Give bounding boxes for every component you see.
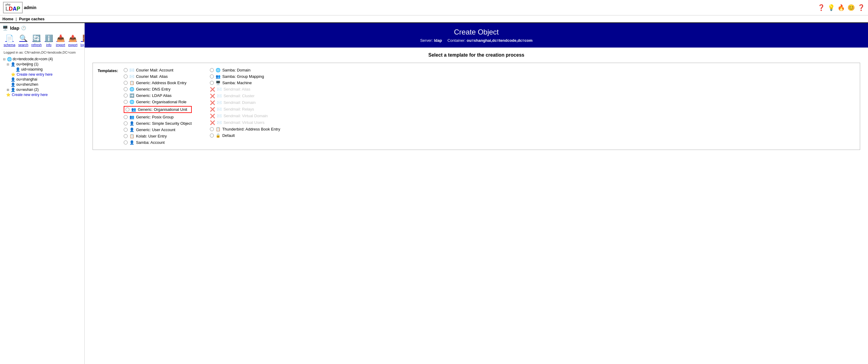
template-row-samba-machine[interactable]: 🖥️ Samba: Machine (210, 81, 280, 85)
tree-item-wuhan[interactable]: ⊞ 👤 ou=wuhan (2) (1, 87, 83, 92)
refresh-tool[interactable]: 🔄 refresh (31, 34, 42, 47)
admin-label: admin (24, 5, 36, 10)
tree-icon-beijing: 👤 (10, 62, 16, 66)
template-icon-courier-alias: ✉️ (129, 74, 134, 79)
fire-icon[interactable]: 🔥 (837, 4, 845, 11)
template-radio-thunderbird[interactable] (210, 127, 214, 131)
template-radio-dns[interactable] (124, 87, 128, 91)
template-icon-sendmail-relays: ✉️ (217, 107, 222, 111)
logout-tool[interactable]: 🚪 logout (81, 34, 85, 47)
template-row-sendmail-domain[interactable]: ❌ ✉️ Sendmail: Domain (210, 100, 280, 105)
template-name-sendmail-relays: Sendmail: Relays (223, 107, 254, 111)
smiley-icon[interactable]: 😊 (847, 4, 855, 11)
create-label-root: Create new entry here (12, 93, 48, 97)
schema-icon: 📄 (5, 34, 13, 43)
template-radio-ldap-alias[interactable] (124, 93, 128, 97)
template-row-kolab[interactable]: 📋 Kolab: User Entry (124, 134, 192, 138)
info-label: info (46, 43, 52, 47)
tree-item-beijing[interactable]: ⊟ 👤 ou=beijing (1) (1, 62, 83, 67)
template-row-security[interactable]: 👤 Generic: Simple Security Object (124, 121, 192, 126)
template-row-sendmail-relays[interactable]: ❌ ✉️ Sendmail: Relays (210, 107, 280, 112)
template-icon-user-account: 👤 (129, 128, 134, 132)
template-radio-org-unit[interactable] (125, 108, 129, 111)
template-icon-samba-domain: 🌐 (216, 68, 220, 73)
template-radio-courier-account[interactable] (124, 68, 128, 72)
sidebar-header: 🖥️ ldap 🕐 (1, 25, 83, 31)
tree-item-xiaoming[interactable]: - 👤 uid=xiaoming (1, 67, 83, 72)
tree-label-xiaoming: uid=xiaoming (21, 67, 43, 72)
template-row-thunderbird[interactable]: 📋 Thunderbird: Address Book Entry (210, 127, 280, 132)
template-row-org-unit[interactable]: 👥 Generic: Organisational Unit (124, 106, 192, 113)
template-row-sendmail-vusers[interactable]: ❌ ✉️ Sendmail: Virtual Users (210, 120, 280, 125)
purge-caches-link[interactable]: Purge caches (19, 17, 45, 21)
template-icon-posix-group: 👥 (129, 115, 134, 119)
template-radio-samba-domain[interactable] (210, 68, 214, 72)
template-row-org-role[interactable]: 🌐 Generic: Organisational Role (124, 100, 192, 104)
template-radio-org-role[interactable] (124, 100, 128, 104)
template-radio-default[interactable] (210, 134, 214, 138)
template-row-ldap-alias[interactable]: ➡️ Generic: LDAP Alias (124, 93, 192, 98)
template-icon-sendmail-vusers: ✉️ (217, 120, 222, 125)
template-name-sendmail-vusers: Sendmail: Virtual Users (223, 120, 265, 125)
template-row-courier-alias[interactable]: ✉️ Courier Mail: Alias (124, 74, 192, 79)
tree-item-root[interactable]: ⊟ 🌐 dc=tendcode,dc=com (4) (1, 57, 83, 62)
page-title: Create Object (90, 28, 863, 36)
tree-label-shanghai: ou=shanghai (16, 77, 37, 81)
template-row-samba-account[interactable]: 👤 Samba: Account (124, 140, 192, 145)
template-radio-kolab[interactable] (124, 134, 128, 138)
info-icon[interactable]: 💡 (828, 4, 835, 11)
templates-columns: ✉️ Courier Mail: Account ✉️ Courier Mail… (124, 68, 855, 145)
import-label: import (56, 43, 65, 47)
template-row-dns[interactable]: 🌐 Generic: DNS Entry (124, 87, 192, 91)
import-tool[interactable]: 📥 import (56, 34, 65, 47)
template-name-sendmail-cluster: Sendmail: Cluster (223, 93, 255, 98)
question-icon[interactable]: ❓ (858, 4, 865, 11)
info-tool[interactable]: ℹ️ info (45, 34, 53, 47)
template-row-sendmail-alias[interactable]: ❌ ✉️ Sendmail: Alias (210, 87, 280, 92)
template-icon-org-role: 🌐 (129, 100, 134, 104)
template-row-address-book[interactable]: 📋 Generic: Address Book Entry (124, 81, 192, 85)
template-radio-user-account[interactable] (124, 128, 128, 132)
template-radio-security[interactable] (124, 121, 128, 125)
template-row-user-account[interactable]: 👤 Generic: User Account (124, 128, 192, 132)
template-radio-posix-group[interactable] (124, 115, 128, 119)
template-row-sendmail-cluster[interactable]: ❌ ✉️ Sendmail: Cluster (210, 93, 280, 99)
search-icon: 🔍 (19, 34, 28, 43)
tree-label-beijing: ou=beijing (1) (16, 62, 38, 66)
tree-item-shenzhen[interactable]: - 👤 ou=shenzhen (1, 82, 83, 87)
tree: ⊟ 🌐 dc=tendcode,dc=com (4) ⊟ 👤 ou=beijin… (1, 55, 83, 99)
template-name-address-book: Generic: Address Book Entry (136, 81, 187, 85)
search-tool[interactable]: 🔍 search (19, 34, 28, 47)
template-radio-courier-alias[interactable] (124, 75, 128, 78)
help-icon[interactable]: ❓ (817, 4, 825, 11)
logged-in-label: Logged in as: CN=admin,DC=tendcode,DC=co… (1, 49, 83, 55)
export-label: export (68, 43, 78, 47)
container-path: ou=shanghai,dc=tendcode,dc=com (467, 38, 533, 43)
template-name-dns: Generic: DNS Entry (136, 87, 170, 91)
template-row-default[interactable]: 🔒 Default (210, 133, 280, 138)
template-radio-address-book[interactable] (124, 81, 128, 85)
template-row-posix-group[interactable]: 👥 Generic: Posix Group (124, 115, 192, 119)
template-row-samba-group[interactable]: 👥 Samba: Group Mapping (210, 74, 280, 79)
template-row-courier-account[interactable]: ✉️ Courier Mail: Account (124, 68, 192, 73)
app-header: php LDAP admin ❓ 💡 🔥 😊 ❓ (0, 0, 868, 16)
create-entry-beijing[interactable]: ⭐ Create new entry here (1, 72, 83, 77)
create-entry-root[interactable]: ⭐ Create new entry here (1, 92, 83, 97)
sidebar-tools: 📄 schema 🔍 search 🔄 refresh ℹ️ info 📥 im… (1, 33, 83, 49)
template-icon-samba-account: 👤 (129, 140, 134, 145)
home-link[interactable]: Home (2, 17, 13, 21)
content-area: Create Object Server: ldap Container: ou… (85, 23, 868, 364)
schema-tool[interactable]: 📄 schema (4, 34, 16, 47)
template-icon-dns: 🌐 (129, 87, 134, 91)
template-radio-samba-group[interactable] (210, 75, 214, 78)
export-tool[interactable]: 📤 export (68, 34, 78, 47)
template-icon-sendmail-domain: ✉️ (217, 100, 222, 105)
template-radio-samba-account[interactable] (124, 141, 128, 144)
template-row-samba-domain[interactable]: 🌐 Samba: Domain (210, 68, 280, 73)
tree-item-shanghai[interactable]: - 👤 ou=shanghai (1, 77, 83, 82)
template-row-sendmail-vdomain[interactable]: ❌ ✉️ Sendmail: Virtual Domain (210, 114, 280, 118)
template-name-security: Generic: Simple Security Object (136, 121, 192, 126)
nav-separator: | (16, 17, 17, 21)
content-header: Create Object Server: ldap Container: ou… (85, 23, 868, 48)
template-radio-samba-machine[interactable] (210, 81, 214, 85)
